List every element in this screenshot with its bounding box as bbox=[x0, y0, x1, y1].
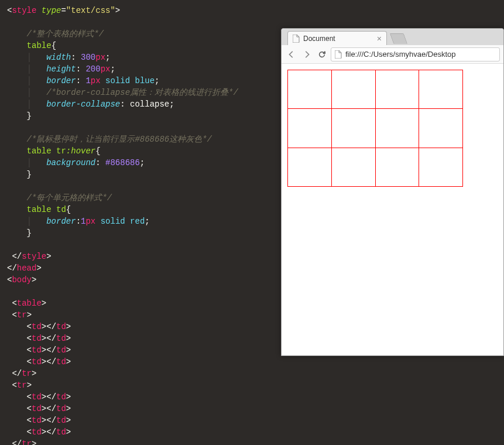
forward-button[interactable] bbox=[300, 48, 313, 61]
table-row[interactable] bbox=[288, 148, 463, 186]
selector-table: table bbox=[27, 41, 52, 50]
prop-background: background bbox=[46, 158, 95, 167]
url-text: file:///C:/Users/smyhvae/Desktop bbox=[345, 50, 456, 59]
selector-td: table td bbox=[27, 205, 66, 214]
comment: /*每个单元格的样式*/ bbox=[27, 193, 112, 203]
tab-strip: Document × bbox=[282, 29, 503, 45]
table-row[interactable] bbox=[288, 70, 463, 109]
prop-width: width bbox=[46, 53, 71, 62]
address-bar[interactable]: file:///C:/Users/smyhvae/Desktop bbox=[331, 47, 500, 61]
close-icon[interactable]: × bbox=[377, 35, 382, 43]
string-textcss: "text/css" bbox=[66, 6, 115, 15]
browser-viewport bbox=[282, 64, 503, 355]
arrow-left-icon bbox=[287, 50, 296, 59]
demo-table bbox=[287, 70, 463, 187]
tag-table: table bbox=[17, 299, 42, 308]
tag-body: body bbox=[12, 275, 32, 285]
selector-tr: table tr bbox=[27, 146, 66, 156]
comment: /*整个表格的样式*/ bbox=[27, 29, 104, 39]
prop-height: height bbox=[46, 64, 76, 74]
reload-button[interactable] bbox=[316, 48, 328, 61]
arrow-right-icon bbox=[303, 50, 311, 59]
reload-icon bbox=[318, 50, 326, 59]
back-button[interactable] bbox=[285, 48, 298, 61]
browser-toolbar: file:///C:/Users/smyhvae/Desktop bbox=[282, 45, 503, 64]
browser-window: Document × file:///C:/Users/smyhvae/Desk… bbox=[281, 28, 504, 356]
comment: /*border-collapse属性：对表格的线进行折叠*/ bbox=[46, 88, 238, 97]
prop-border: border bbox=[46, 76, 76, 85]
tag-tr: tr bbox=[17, 310, 27, 320]
tag-td: td bbox=[32, 322, 42, 331]
new-tab-button[interactable] bbox=[390, 33, 408, 44]
attr-type: type bbox=[42, 6, 61, 15]
tab-title: Document bbox=[303, 35, 335, 43]
comment: /*鼠标悬停时，让当前行显示#868686这种灰色*/ bbox=[27, 135, 212, 144]
browser-tab[interactable]: Document × bbox=[287, 31, 387, 45]
tag-head: head bbox=[17, 263, 37, 273]
prop-border-collapse: border-collapse bbox=[46, 100, 120, 109]
tag-style: style bbox=[12, 6, 36, 15]
document-icon bbox=[335, 50, 342, 59]
table-row[interactable] bbox=[288, 109, 463, 148]
document-icon bbox=[293, 35, 300, 43]
